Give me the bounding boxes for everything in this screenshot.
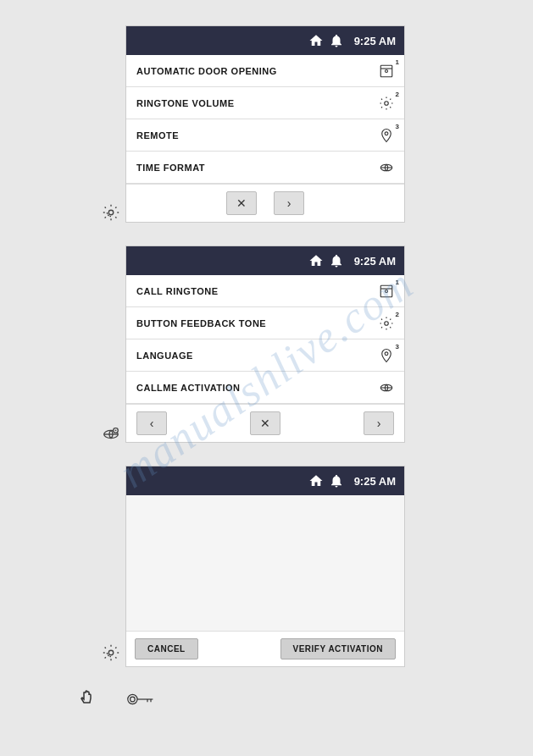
panel-1: 9:25 AM AUTOMATIC DOOR OPENING 1 RINGTON…	[125, 25, 405, 223]
panel-2-row-2[interactable]: BUTTON FEEDBACK TONE 2	[126, 307, 404, 339]
panel-1-header-icons: 9:25 AM	[308, 33, 396, 48]
panel-1-row-3-icon: 3	[379, 128, 394, 143]
panel-1-header: 9:25 AM	[126, 26, 404, 55]
svg-point-9	[385, 321, 389, 325]
key-icon	[127, 692, 154, 707]
panel-2: 9:25 AM CALL RINGTONE 1 BUTTON FEEDBACK …	[125, 246, 405, 443]
panel-2-row-3-icon: 3	[379, 348, 394, 363]
panel-3-header: 9:25 AM	[126, 466, 404, 495]
panel-2-prev-btn[interactable]: ‹	[136, 411, 167, 435]
panel-3: 9:25 AM CANCEL VERIFY ACTIVATION	[125, 466, 405, 667]
panel-2-row-3-label: LANGUAGE	[136, 350, 193, 361]
page-wrapper: manualshlive.com 9:25 AM AUTOMATIC DOOR …	[0, 0, 533, 756]
panel-1-row-4-icon	[379, 160, 394, 175]
panel-3-time: 9:25 AM	[354, 475, 396, 488]
panel-3-body	[126, 495, 404, 631]
svg-point-18	[130, 697, 136, 702]
panel-2-row-2-icon: 2	[379, 316, 394, 331]
bell-icon	[329, 33, 344, 48]
panel-1-row-3-label: REMOTE	[136, 130, 179, 141]
panel-2-next-btn[interactable]: ›	[364, 411, 394, 435]
panel-2-row-3[interactable]: LANGUAGE 3	[126, 339, 404, 372]
bell-icon-2	[329, 253, 344, 268]
panel-2-row-1[interactable]: CALL RINGTONE 1	[126, 275, 404, 307]
panel-1-time: 9:25 AM	[354, 35, 396, 47]
svg-point-16	[108, 650, 114, 655]
panel-2-row-2-label: BUTTON FEEDBACK TONE	[136, 318, 266, 328]
panel-1-row-1-label: AUTOMATIC DOOR OPENING	[136, 66, 277, 76]
panel-2-time: 9:25 AM	[354, 255, 396, 268]
panel-2-close-btn[interactable]: ✕	[250, 411, 280, 435]
svg-point-3	[385, 131, 388, 135]
panel-2-row-3-badge: 3	[396, 343, 399, 350]
home-icon	[308, 33, 324, 48]
panel-1-row-1[interactable]: AUTOMATIC DOOR OPENING 1	[126, 55, 404, 87]
panel-1-row-2[interactable]: RINGTONE VOLUME 2	[126, 87, 404, 119]
panel-2-row-4[interactable]: CALLME ACTIVATION	[126, 372, 404, 404]
svg-rect-0	[380, 65, 392, 77]
panel-1-close-btn[interactable]: ✕	[226, 191, 257, 215]
hand-icon	[76, 689, 97, 709]
panel-1-next-btn[interactable]: ›	[274, 191, 304, 215]
panel-1-row-1-icon: 1	[379, 63, 394, 79]
panel-3-header-icons: 9:25 AM	[308, 473, 396, 488]
svg-point-10	[385, 351, 388, 355]
panel-2-row-1-icon: 1	[379, 284, 394, 299]
verify-activation-button[interactable]: VERIFY ACTIVATION	[280, 638, 396, 659]
panel-1-footer: ✕ ›	[126, 184, 404, 222]
panel-1-row-2-badge: 2	[396, 91, 399, 98]
panel-2-footer: ‹ ✕ ›	[126, 404, 404, 442]
panel-2-row-2-badge: 2	[396, 311, 399, 318]
home-icon-3	[308, 473, 324, 488]
panel1-side-icon	[102, 203, 120, 225]
panel-2-header: 9:25 AM	[126, 246, 404, 275]
panel-3-footer: CANCEL VERIFY ACTIVATION	[126, 631, 404, 666]
panel-1-row-2-label: RINGTONE VOLUME	[136, 98, 234, 108]
cancel-button[interactable]: CANCEL	[135, 638, 198, 659]
panel-2-row-4-icon	[379, 380, 394, 395]
svg-point-6	[108, 210, 114, 215]
panel-1-row-4[interactable]: TIME FORMAT	[126, 152, 404, 184]
panel-1-row-4-label: TIME FORMAT	[136, 163, 205, 173]
panel2-side-icon	[102, 425, 120, 447]
panel-1-row-1-badge: 1	[396, 58, 399, 66]
panel-1-row-3[interactable]: REMOTE 3	[126, 119, 404, 152]
bottom-icons-row	[76, 689, 154, 709]
home-icon-2	[308, 253, 324, 268]
svg-point-2	[385, 101, 389, 105]
svg-rect-7	[380, 285, 392, 297]
svg-point-17	[128, 694, 137, 704]
panel-2-row-1-label: CALL RINGTONE	[136, 286, 219, 296]
panel-2-header-icons: 9:25 AM	[308, 253, 396, 268]
panel-2-row-4-label: CALLME ACTIVATION	[136, 383, 241, 393]
panel-1-row-2-icon: 2	[379, 96, 394, 111]
bell-icon-3	[329, 473, 344, 488]
panel-1-row-3-badge: 3	[396, 123, 399, 130]
panel-2-row-1-badge: 1	[396, 279, 399, 286]
panel3-side-icon	[102, 643, 120, 665]
